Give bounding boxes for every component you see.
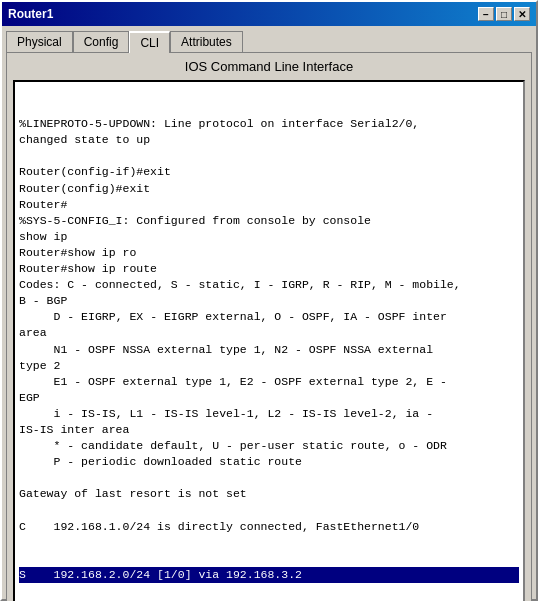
tab-attributes[interactable]: Attributes [170, 31, 243, 53]
title-bar: Router1 − □ ✕ [2, 2, 536, 26]
window-title: Router1 [8, 7, 53, 21]
minimize-button[interactable]: − [478, 7, 494, 21]
window-content: Physical Config CLI Attributes IOS Comma… [2, 26, 536, 601]
tab-config[interactable]: Config [73, 31, 130, 53]
tab-physical[interactable]: Physical [6, 31, 73, 53]
terminal-highlighted-line: S 192.168.2.0/24 [1/0] via 192.168.3.2 [19, 567, 519, 583]
main-window: Router1 − □ ✕ Physical Config CLI Attrib… [0, 0, 538, 601]
terminal-area[interactable]: %LINEPROTO-5-UPDOWN: Line protocol on in… [13, 80, 525, 601]
title-bar-buttons: − □ ✕ [478, 7, 530, 21]
close-button[interactable]: ✕ [514, 7, 530, 21]
cli-section-title: IOS Command Line Interface [13, 59, 525, 74]
tab-cli[interactable]: CLI [129, 31, 170, 53]
terminal-text-before: %LINEPROTO-5-UPDOWN: Line protocol on in… [19, 116, 519, 534]
cli-tab-content: IOS Command Line Interface %LINEPROTO-5-… [6, 52, 532, 601]
maximize-button[interactable]: □ [496, 7, 512, 21]
tab-bar: Physical Config CLI Attributes [6, 30, 532, 52]
